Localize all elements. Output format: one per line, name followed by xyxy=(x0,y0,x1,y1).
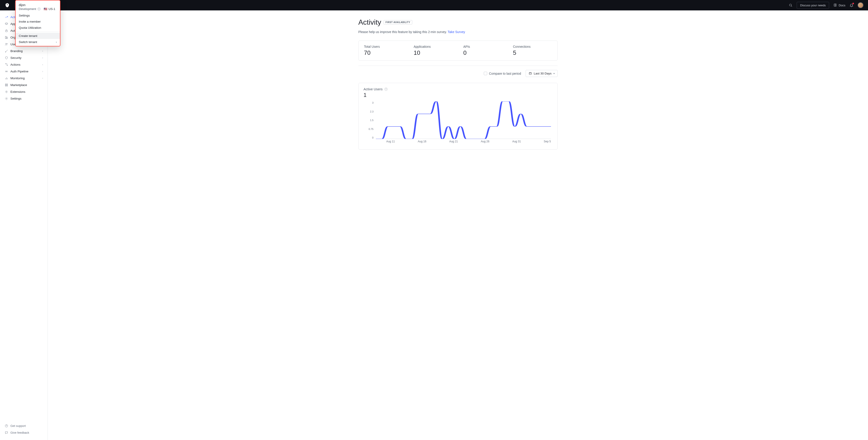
flow-icon xyxy=(4,63,8,66)
help-icon[interactable]: ? xyxy=(384,88,388,91)
date-range-label: Last 30 Days xyxy=(534,72,552,75)
stat-label: Total Users xyxy=(364,45,403,49)
sidebar-item-branding[interactable]: Branding › xyxy=(0,48,48,54)
chevron-right-icon: › xyxy=(42,70,43,72)
chevron-right-icon: › xyxy=(42,50,43,52)
svg-rect-5 xyxy=(6,37,7,38)
tenant-dropdown: dijon Development ? 🇺🇸 US-1 Settings Inv… xyxy=(15,0,60,47)
avatar[interactable] xyxy=(858,2,864,8)
chart-x-axis: Aug 11 Aug 16 Aug 21 Aug 26 Aug 31 Sep 5 xyxy=(376,140,551,144)
svg-rect-3 xyxy=(5,30,7,32)
sidebar-item-security[interactable]: Security › xyxy=(0,54,48,61)
search-icon[interactable] xyxy=(788,3,793,7)
sidebar-item-settings[interactable]: Settings xyxy=(0,95,48,102)
svg-point-0 xyxy=(789,4,792,6)
availability-badge: FIRST AVAILABILITY xyxy=(383,20,412,24)
dropdown-tenant-env: Development xyxy=(19,7,36,11)
chevron-down-icon: ▾ xyxy=(554,72,555,75)
notification-dot xyxy=(852,3,854,4)
stat-total-users: Total Users 70 xyxy=(359,41,408,60)
svg-rect-14 xyxy=(5,84,6,85)
sidebar-item-label: Security xyxy=(10,56,22,60)
sidebar-item-auth-pipeline[interactable]: Auth Pipeline › xyxy=(0,68,48,75)
help-icon xyxy=(4,424,8,428)
dropdown-item-switch-tenant[interactable]: Switch tenant › xyxy=(16,39,60,45)
discuss-button[interactable]: Discuss your needs xyxy=(797,2,829,9)
sidebar: Activity Applications › Authentication ›… xyxy=(0,10,48,440)
sidebar-item-give-feedback[interactable]: Give feedback xyxy=(0,429,48,436)
chart-title: Active Users xyxy=(364,87,383,91)
x-tick: Sep 5 xyxy=(544,140,551,144)
x-tick: Aug 16 xyxy=(418,140,426,144)
dropdown-tenant-name: dijon xyxy=(19,3,57,7)
dropdown-region: US-1 xyxy=(49,7,56,11)
stat-value: 5 xyxy=(513,49,552,56)
topbar: dijon Development ▾ Discuss your needs D… xyxy=(0,0,868,10)
stat-value: 10 xyxy=(414,49,453,56)
compare-checkbox[interactable]: Compare to last period xyxy=(484,72,521,76)
chart-big-value: 1 xyxy=(364,92,552,98)
docs-link[interactable]: Docs xyxy=(833,3,845,7)
sidebar-item-actions[interactable]: Actions › xyxy=(0,61,48,68)
sidebar-item-label: Auth Pipeline xyxy=(10,70,29,73)
dropdown-separator xyxy=(16,32,60,32)
stat-value: 70 xyxy=(364,49,403,56)
chevron-right-icon: › xyxy=(42,77,43,80)
stat-apis: APIs 0 xyxy=(458,41,508,60)
sidebar-item-monitoring[interactable]: Monitoring › xyxy=(0,75,48,82)
brush-icon xyxy=(4,49,8,53)
sidebar-item-label: Branding xyxy=(10,49,23,53)
svg-rect-21 xyxy=(529,72,531,75)
docs-label: Docs xyxy=(839,4,845,7)
chevron-right-icon: › xyxy=(42,63,43,66)
us-flag-icon: 🇺🇸 xyxy=(44,7,47,11)
stat-connections: Connections 5 xyxy=(507,41,557,60)
y-tick: 2.3 xyxy=(370,110,373,113)
dropdown-item-create-tenant[interactable]: Create tenant xyxy=(16,33,60,39)
stat-label: APIs xyxy=(463,45,502,49)
dropdown-switch-label: Switch tenant xyxy=(19,40,37,44)
bars-icon xyxy=(4,76,8,80)
take-survey-link[interactable]: Take Survey xyxy=(447,30,465,34)
help-icon[interactable]: ? xyxy=(37,7,40,10)
stat-applications: Applications 10 xyxy=(408,41,458,60)
sidebar-item-extensions[interactable]: Extensions xyxy=(0,88,48,95)
sidebar-item-label: Actions xyxy=(10,63,20,66)
activity-icon xyxy=(4,15,8,19)
active-users-chart: Active Users ? 1 3 2.3 1.5 0.75 0 xyxy=(359,83,558,150)
date-range-button[interactable]: Last 30 Days ▾ xyxy=(526,70,558,77)
chevron-right-icon: › xyxy=(56,40,57,44)
plugin-icon xyxy=(4,90,8,93)
x-tick: Aug 31 xyxy=(512,140,521,144)
sidebar-item-marketplace[interactable]: Marketplace xyxy=(0,82,48,88)
svg-point-19 xyxy=(6,98,7,99)
x-tick: Aug 26 xyxy=(481,140,490,144)
main-content: Activity FIRST AVAILABILITY Please help … xyxy=(48,10,868,440)
dropdown-item-invite[interactable]: Invite a member xyxy=(16,19,60,25)
svg-point-9 xyxy=(5,63,6,64)
svg-point-7 xyxy=(7,43,7,44)
dropdown-item-quota[interactable]: Quota Utilization xyxy=(16,25,60,31)
notification-bell-icon[interactable] xyxy=(849,3,854,7)
svg-point-6 xyxy=(5,43,6,44)
lock-icon xyxy=(4,29,8,32)
compare-label: Compare to last period xyxy=(489,72,521,76)
grid-icon xyxy=(4,83,8,87)
stat-label: Connections xyxy=(513,45,552,49)
svg-marker-2 xyxy=(5,22,8,24)
building-icon xyxy=(4,35,8,39)
sidebar-item-label: Monitoring xyxy=(10,77,25,80)
sidebar-item-label: Extensions xyxy=(10,90,25,93)
x-tick: Aug 11 xyxy=(386,140,395,144)
gear-icon xyxy=(4,97,8,100)
chevron-right-icon: › xyxy=(42,57,43,59)
chat-icon xyxy=(4,431,8,434)
y-tick: 1.5 xyxy=(370,119,373,121)
svg-line-1 xyxy=(791,6,792,6)
sidebar-item-get-support[interactable]: Get support xyxy=(0,422,48,429)
logo-icon[interactable] xyxy=(4,2,10,8)
svg-rect-17 xyxy=(6,85,7,86)
svg-rect-4 xyxy=(5,36,6,38)
dropdown-item-settings[interactable]: Settings xyxy=(16,12,60,19)
chart-y-axis: 3 2.3 1.5 0.75 0 xyxy=(364,101,374,139)
